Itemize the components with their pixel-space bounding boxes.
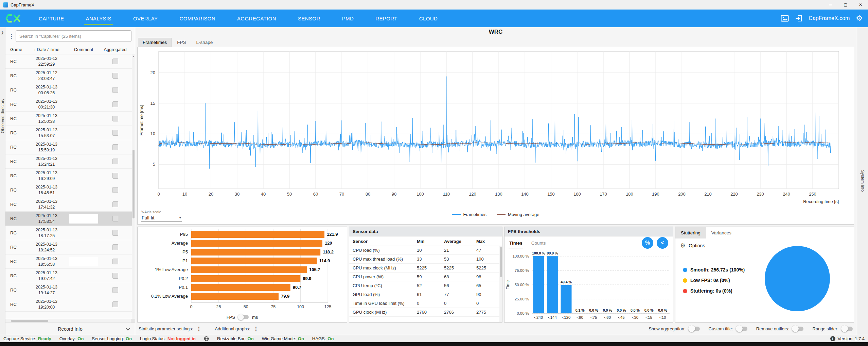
record-row[interactable]: RC2025-01-1300:05:26 [5, 83, 135, 97]
capframex-site-link[interactable]: CapFrameX.com [809, 15, 850, 21]
record-row[interactable]: RC2025-01-1316:45:51 [5, 183, 135, 197]
minimize-button[interactable]: ─ [823, 0, 838, 10]
aggregated-checkbox[interactable] [112, 144, 118, 150]
record-row[interactable]: RC2025-01-1319:07:42 [5, 269, 135, 283]
toggle-custom-title[interactable] [737, 327, 747, 331]
stat-settings-menu-icon[interactable]: ⋮ [195, 326, 202, 332]
nav-tab-overlay[interactable]: OVERLAY [122, 10, 169, 27]
login-icon[interactable] [795, 15, 802, 22]
record-row[interactable]: RC2025-01-1318:24:52 [5, 240, 135, 254]
aggregated-checkbox[interactable] [112, 201, 118, 207]
search-box[interactable] [16, 30, 131, 42]
comment-input[interactable] [69, 257, 98, 266]
record-row[interactable]: RC2025-01-1317:41:32 [5, 197, 135, 212]
record-row[interactable]: RC2025-01-1316:29:09 [5, 169, 135, 183]
record-row[interactable]: RC2025-01-1318:56:58 [5, 254, 135, 269]
options-button[interactable]: ⚙ Options [675, 238, 854, 249]
frametime-chart[interactable]: 0102030405060708090100110120130140150160… [138, 47, 854, 207]
record-row[interactable]: RC2025-01-1316:24:21 [5, 154, 135, 169]
sensor-col-max[interactable]: Max [476, 239, 500, 244]
nav-tab-comparison[interactable]: COMPARISON [169, 10, 226, 27]
chart-tab-l-shape[interactable]: L-shape [192, 38, 218, 47]
nav-tab-sensor[interactable]: SENSOR [287, 10, 331, 27]
fps-ms-toggle[interactable] [238, 315, 249, 319]
svg-text:250: 250 [809, 192, 816, 197]
record-info-bar[interactable]: Record Info [5, 323, 135, 335]
close-button[interactable]: ✕ [853, 0, 868, 10]
aggregated-checkbox[interactable] [112, 87, 118, 93]
chart-tab-fps[interactable]: FPS [172, 38, 191, 47]
additional-graphs-menu-icon[interactable]: ⋮ [252, 326, 260, 332]
vertical-scrollbar[interactable]: ▲ [132, 54, 135, 319]
column-header-date-time[interactable]: ↑Date / Time [26, 47, 67, 52]
aggregated-checkbox[interactable] [112, 244, 118, 250]
collapse-button[interactable]: < [657, 237, 668, 249]
sort-ascending-icon: ↑ [34, 47, 36, 52]
nav-tab-aggregation[interactable]: AGGREGATION [226, 10, 287, 27]
sensor-col-min[interactable]: Min [417, 239, 444, 244]
record-row[interactable]: RC2025-01-1222:59:29 [5, 54, 135, 69]
record-row[interactable]: RC2025-01-1315:53:07 [5, 126, 135, 140]
percent-toggle-button[interactable]: % [642, 237, 653, 249]
record-row[interactable]: RC2025-01-1315:59:19 [5, 140, 135, 154]
nav-tab-capture[interactable]: CAPTURE [28, 10, 75, 27]
screenshot-icon[interactable] [781, 15, 789, 22]
horizontal-scrollbar[interactable] [5, 319, 135, 323]
aggregated-checkbox[interactable] [112, 259, 118, 264]
sidebar-menu-icon[interactable]: ⋮ [7, 33, 16, 40]
settings-gear-icon[interactable]: ⚙ [856, 15, 863, 22]
aggregated-checkbox[interactable] [112, 230, 118, 236]
nav-tab-cloud[interactable]: CLOUD [408, 10, 449, 27]
svg-text:90: 90 [392, 192, 396, 197]
aggregated-checkbox[interactable] [112, 216, 118, 221]
thresholds-tab-times[interactable]: Times [509, 238, 523, 248]
column-header-comment[interactable]: Comment [67, 47, 101, 52]
thresholds-tab-counts[interactable]: Counts [531, 238, 547, 248]
record-row[interactable]: RC2025-01-1319:20:00 [5, 297, 135, 312]
record-row[interactable]: RC2025-01-1223:03:47 [5, 69, 135, 83]
aggregated-checkbox[interactable] [112, 159, 118, 164]
toggle-range-slider[interactable] [842, 327, 853, 331]
aggregated-checkbox[interactable] [112, 130, 118, 136]
column-header-game[interactable]: Game [5, 47, 26, 52]
record-row[interactable]: RC2025-01-1315:50:38 [5, 112, 135, 126]
aggregated-checkbox[interactable] [112, 116, 118, 121]
aggregated-checkbox[interactable] [112, 273, 118, 279]
record-row[interactable]: RC2025-01-1300:21:30 [5, 97, 135, 112]
scroll-up-icon[interactable]: ▲ [132, 55, 135, 57]
record-row[interactable]: RC2025-01-1317:53:54 [5, 212, 135, 226]
toggle-item: Remove outliers: [756, 326, 804, 331]
record-row[interactable]: RC2025-01-1319:14:27 [5, 283, 135, 297]
aggregated-checkbox[interactable] [112, 173, 118, 179]
aggregated-checkbox[interactable] [112, 301, 118, 307]
chart-tab-frametimes[interactable]: Frametimes [138, 38, 172, 47]
vertical-scrollbar-thumb[interactable] [132, 150, 135, 218]
toggle-show-aggregation[interactable] [689, 327, 700, 331]
expand-directory-icon[interactable]: ❯ [1, 31, 4, 34]
aggregated-checkbox[interactable] [112, 73, 118, 79]
sensor-col-sensor[interactable]: Sensor [353, 239, 417, 244]
nav-tab-analysis[interactable]: ANALYSIS [75, 10, 122, 27]
stutter-tab-variances[interactable]: Variances [706, 227, 737, 238]
maximize-button[interactable]: ▢ [838, 0, 853, 10]
stutter-tab-stuttering[interactable]: Stuttering [675, 227, 706, 238]
search-input[interactable] [19, 34, 128, 39]
sensor-col-average[interactable]: Average [444, 239, 476, 244]
comment-input[interactable] [69, 214, 98, 224]
record-row[interactable]: RC2025-01-1318:17:25 [5, 226, 135, 240]
svg-text:75.00 %: 75.00 % [515, 268, 529, 273]
aggregated-checkbox[interactable] [112, 187, 118, 193]
aggregated-checkbox[interactable] [112, 59, 118, 64]
yaxis-scale-select[interactable]: Full fit ▾ [141, 215, 182, 222]
nav-tab-report[interactable]: REPORT [365, 10, 408, 27]
yaxis-scale-label: Y-Axis scale [141, 210, 195, 214]
chart-tabs: FrametimesFPSL-shape [137, 37, 854, 47]
nav-tab-pmd[interactable]: PMD [331, 10, 365, 27]
sensor-scrollbar[interactable] [499, 246, 502, 322]
column-header-aggregated[interactable]: Aggregated [101, 47, 130, 52]
aggregated-checkbox[interactable] [112, 101, 118, 107]
horizontal-scrollbar-thumb[interactable] [11, 320, 48, 322]
aggregated-checkbox[interactable] [112, 287, 118, 293]
toggle-remove-outliers[interactable] [793, 327, 803, 331]
record-game: RC [5, 187, 26, 193]
